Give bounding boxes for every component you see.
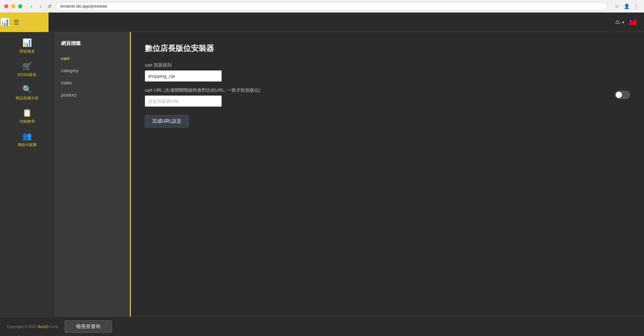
url-toggle[interactable] (615, 91, 630, 99)
sidebar-label-product: 商品推薦分析 (16, 96, 39, 101)
browser-min-btn[interactable] (11, 4, 15, 8)
content-area: 📊 營收報表 🛒 ROAS報表 🔍 商品推薦分析 📋 功能教學 👥 增粉大家樂 (0, 32, 644, 316)
publish-button[interactable]: 檢視並發布 (65, 320, 112, 333)
lang-selector[interactable]: ZL ▾ (615, 20, 624, 25)
footer-company-link[interactable]: AviviD (38, 324, 49, 329)
sub-sidebar-item-cart[interactable]: cart (54, 52, 130, 64)
main-content: 數位店長版位安裝器 cart 頁面規則 cart URL (右邊開關開啟時會對比… (131, 32, 644, 316)
cart-rule-input[interactable] (145, 70, 222, 82)
revenue-icon: 📊 (22, 39, 32, 47)
sidebar-item-revenue[interactable]: 📊 營收報表 (0, 35, 54, 58)
grow-icon: 👥 (22, 132, 32, 140)
sub-sidebar-item-category[interactable]: category (54, 64, 130, 77)
toggle-slider (615, 91, 630, 99)
tutorial-icon: 📋 (22, 109, 32, 117)
sidebar-item-roas[interactable]: 🛒 ROAS報表 (0, 58, 54, 82)
product-icon: 🔍 (22, 86, 32, 93)
footer: Copyright © 2021 AviviD Corp. 檢視並發布 (0, 316, 644, 336)
sub-sidebar-item-index[interactable]: index (54, 77, 130, 89)
browser-reload-icon[interactable]: ↺ (46, 3, 53, 10)
lang-chevron-icon: ▾ (622, 20, 624, 25)
header-right: ZL ▾ 🇹🇼 (615, 13, 644, 32)
roas-icon: 🛒 (22, 62, 32, 70)
sidebar-label-grow: 增粉大家樂 (17, 142, 37, 147)
page-title: 數位店長版位安裝器 (145, 43, 630, 54)
sidebar-item-tutorial[interactable]: 📋 功能教學 (0, 105, 54, 128)
app-container: 📊 ☰ ZL ▾ 🇹🇼 📊 營收報表 🛒 ROAS報表 🔍 商品推 (0, 13, 644, 336)
sub-sidebar-item-product[interactable]: product (54, 89, 130, 101)
cart-url-input[interactable] (145, 96, 222, 107)
logo-icon: 📊 (0, 18, 9, 27)
lang-label: ZL (615, 20, 621, 25)
browser-back-icon[interactable]: ‹ (28, 3, 35, 10)
logo-area: 📊 ☰ (0, 13, 49, 32)
browser-max-btn[interactable] (18, 4, 22, 8)
submit-button[interactable]: 完成URL設定 (145, 115, 189, 128)
browser-profile-icon[interactable]: 👤 (623, 3, 630, 10)
browser-bookmark-icon[interactable]: ☆ (613, 3, 620, 10)
sub-sidebar: 網頁標籤 cart category index product (54, 32, 131, 316)
browser-chrome: ‹ › ↺ brownie.tiki.app/previews ☆ 👤 ⋮ (0, 0, 644, 13)
sidebar: 📊 營收報表 🛒 ROAS報表 🔍 商品推薦分析 📋 功能教學 👥 增粉大家樂 (0, 32, 54, 316)
browser-close-btn[interactable] (4, 4, 8, 8)
top-header: 📊 ☰ ZL ▾ 🇹🇼 (0, 13, 644, 32)
sidebar-label-revenue: 營收報表 (20, 49, 35, 54)
form-section: cart 頁面規則 cart URL (右邊開關開啟時會對比此URL, 一致才投… (145, 62, 354, 128)
browser-forward-icon[interactable]: › (37, 3, 44, 10)
browser-url-bar[interactable]: brownie.tiki.app/previews (56, 2, 608, 10)
sidebar-item-grow[interactable]: 👥 增粉大家樂 (0, 128, 54, 152)
flag-icon[interactable]: 🇹🇼 (628, 18, 637, 26)
cart-rule-label: cart 頁面規則 (145, 62, 354, 68)
hamburger-icon[interactable]: ☰ (14, 18, 19, 26)
sidebar-label-tutorial: 功能教學 (20, 119, 35, 124)
sub-sidebar-title: 網頁標籤 (54, 38, 130, 52)
sidebar-item-product[interactable]: 🔍 商品推薦分析 (0, 82, 54, 105)
footer-copyright: Copyright © 2021 AviviD Corp. (7, 324, 59, 329)
cart-url-label: cart URL (右邊開關開啟時會對比此URL, 一致才投放版位) (145, 87, 354, 93)
sidebar-label-roas: ROAS報表 (18, 72, 36, 77)
browser-menu-icon[interactable]: ⋮ (633, 3, 640, 10)
